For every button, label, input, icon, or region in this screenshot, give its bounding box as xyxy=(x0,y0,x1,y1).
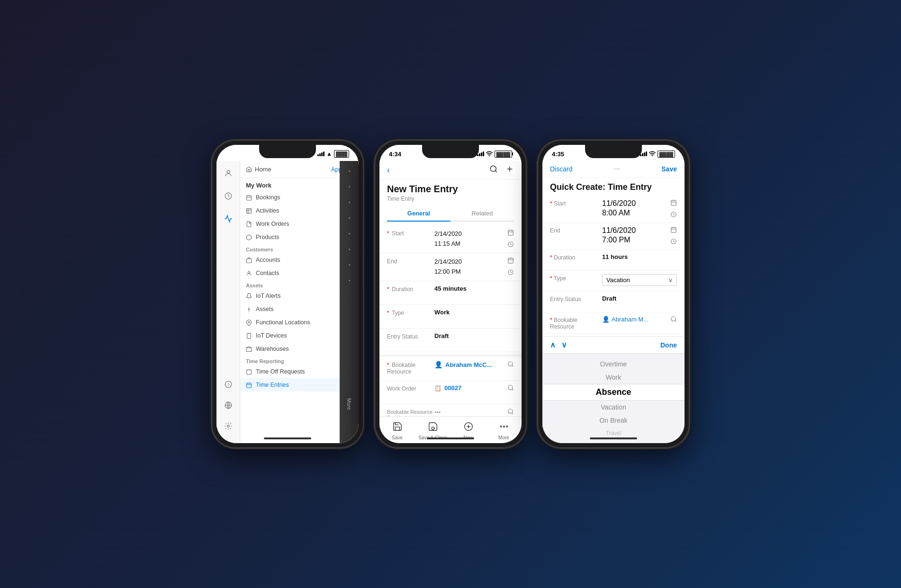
user-icon[interactable] xyxy=(221,166,236,181)
p3-start-value[interactable]: 11/6/2020 8:00 AM xyxy=(602,199,668,217)
form-row-duration: * Duration 45 minutes xyxy=(379,281,522,305)
picker-option-work[interactable]: Work xyxy=(542,371,685,384)
sidebar-icon-rail: ? xyxy=(216,161,240,443)
more-button-2[interactable]: More xyxy=(486,419,522,442)
nav-workorders-label: Work Orders xyxy=(256,221,289,227)
phones-container: 4:33 ▲ ▓▓▓ xyxy=(193,121,708,467)
calendar-icon-end[interactable] xyxy=(507,257,514,265)
p3-end-label: End xyxy=(550,226,602,234)
discard-button[interactable]: Discard xyxy=(550,165,572,173)
notch-2 xyxy=(422,145,479,158)
end-value[interactable]: 2/14/2020 12:00 PM xyxy=(434,257,504,277)
work-order-icon: 📋 xyxy=(434,385,441,392)
nav-time-entries-label: Time Entries xyxy=(256,382,289,388)
dark-panel-dot7 xyxy=(349,264,350,266)
status-icons-2: ▓▓▓▓ xyxy=(477,151,512,158)
svg-point-50 xyxy=(432,427,434,430)
svg-point-56 xyxy=(506,426,508,428)
home-bar-3 xyxy=(590,437,637,439)
type-dropdown-value: Vacation xyxy=(606,276,630,284)
dark-panel-dot3 xyxy=(349,202,350,203)
nav-contacts-label: Contacts xyxy=(256,270,279,276)
svg-rect-10 xyxy=(247,208,252,213)
chart-icon[interactable] xyxy=(221,211,236,226)
br-booking-value[interactable]: --- xyxy=(434,408,507,415)
p3-duration-value[interactable]: 11 hours xyxy=(602,253,677,260)
home-bar-1 xyxy=(264,437,311,439)
p2-title: New Time Entry xyxy=(379,180,522,196)
tab-general[interactable]: General xyxy=(387,206,450,221)
p3-end-value[interactable]: 11/6/2020 7:00 PM xyxy=(602,226,668,244)
search-icon-br-booking[interactable] xyxy=(507,408,514,416)
calendar-icon-p3-end[interactable] xyxy=(670,226,677,234)
more-label-2: More xyxy=(498,435,509,440)
nav-functional-locations-label: Functional Locations xyxy=(256,319,310,326)
svg-line-69 xyxy=(675,321,676,322)
save-icon xyxy=(392,421,403,434)
svg-line-47 xyxy=(512,413,514,414)
calendar-icon-start[interactable] xyxy=(507,229,514,237)
sidebar-bottom-icons: ? xyxy=(221,377,236,438)
work-order-label: Work Order xyxy=(387,384,434,392)
p3-entry-status-label: Entry Status xyxy=(550,295,602,303)
save-button-3[interactable]: Save xyxy=(661,165,677,173)
picker-option-overtime[interactable]: Overtime xyxy=(542,357,685,371)
question-icon[interactable]: ? xyxy=(221,377,236,392)
clock-icon[interactable] xyxy=(221,188,236,204)
type-dropdown[interactable]: Vacation ∨ xyxy=(602,274,677,286)
tab-related[interactable]: Related xyxy=(450,206,514,221)
dropdown-arrow-icon: ∨ xyxy=(668,277,673,284)
search-button-2[interactable] xyxy=(489,165,498,176)
clock-icon-end[interactable] xyxy=(507,269,514,277)
more-dots-button[interactable]: ··· xyxy=(614,165,620,173)
search-icon-bookable-resource[interactable] xyxy=(507,361,514,369)
search-icon-work-order[interactable] xyxy=(507,384,514,392)
picker-option-absence[interactable]: Absence xyxy=(542,384,685,401)
p2-header-icons xyxy=(489,165,514,176)
svg-point-42 xyxy=(508,362,513,366)
form-row-type: * Type Work xyxy=(379,305,522,329)
picker-panel: Overtime Work Absence Vacation On Break … xyxy=(542,353,685,443)
svg-point-55 xyxy=(503,426,505,428)
p3-bookable-resource-value[interactable]: Abraham M... xyxy=(612,316,668,323)
svg-text:?: ? xyxy=(227,382,230,387)
duration-value[interactable]: 45 minutes xyxy=(434,285,514,292)
nav-iot-devices-label: IoT Devices xyxy=(256,332,287,339)
calendar-icon-p3-start[interactable] xyxy=(670,199,677,207)
save-button-2[interactable]: Save xyxy=(379,419,415,442)
clock-icon-p3-start[interactable] xyxy=(670,211,677,219)
svg-point-14 xyxy=(248,271,250,273)
p3-nav-row: ∧ ∨ Done xyxy=(542,336,685,353)
bookable-resource-value[interactable]: Abraham McC... xyxy=(445,361,507,368)
picker-option-on-break[interactable]: On Break xyxy=(542,414,685,427)
work-order-value[interactable]: 00027 xyxy=(444,384,507,392)
battery-icon-2: ▓▓▓▓ xyxy=(495,151,512,158)
form-row-br-booking: Bookable Resource Booking --- xyxy=(379,404,522,416)
svg-point-68 xyxy=(671,317,676,321)
dark-panel-dot4 xyxy=(349,217,350,219)
p3-entry-status-value[interactable]: Draft xyxy=(602,295,677,302)
p3-form-row-type: * Type Vacation ∨ xyxy=(542,271,685,292)
start-value[interactable]: 2/14/2020 11:15 AM xyxy=(434,229,504,249)
picker-option-vacation[interactable]: Vacation xyxy=(542,401,685,414)
nav-products-label: Products xyxy=(256,234,279,241)
svg-point-16 xyxy=(248,321,250,322)
entry-status-value[interactable]: Draft xyxy=(434,332,514,339)
type-value[interactable]: Work xyxy=(434,309,514,316)
nav-down-arrow[interactable]: ∨ xyxy=(561,340,567,349)
svg-point-44 xyxy=(508,385,513,390)
p3-bookable-resource-label: * Bookable Resource xyxy=(550,316,602,330)
done-button[interactable]: Done xyxy=(660,341,677,349)
back-button-2[interactable]: ‹ xyxy=(387,165,390,175)
p3-form-row-bookable-resource: * Bookable Resource 👤 Abraham M... xyxy=(542,312,685,334)
save-label-2: Save xyxy=(392,435,403,440)
search-icon-p3-bookable-resource[interactable] xyxy=(670,316,677,324)
globe-icon[interactable] xyxy=(221,398,236,413)
clock-icon-p3-end[interactable] xyxy=(670,238,677,246)
add-button-2[interactable] xyxy=(505,165,514,176)
p3-start-date: 11/6/2020 xyxy=(602,199,668,208)
nav-up-arrow[interactable]: ∧ xyxy=(550,340,556,349)
phone1-content: ? xyxy=(216,161,359,443)
settings-icon[interactable] xyxy=(221,419,236,434)
clock-icon-start[interactable] xyxy=(507,241,514,249)
